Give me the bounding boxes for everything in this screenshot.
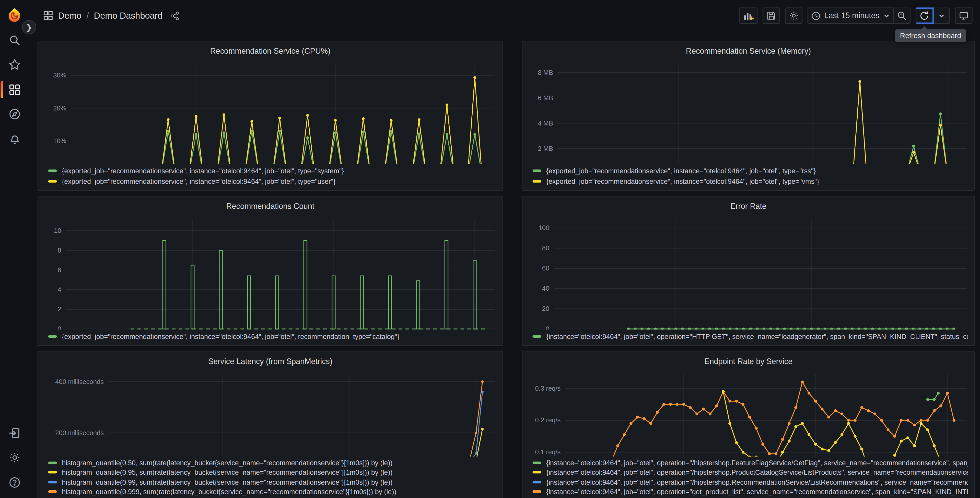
legend-swatch [532,481,541,484]
legend-item[interactable]: {exported_job="recommendationservice", i… [532,165,968,176]
legend-item[interactable]: histogram_quantile(0.99, sum(rate(latenc… [48,477,496,487]
save-dashboard-button[interactable] [762,7,780,24]
legend-label: {exported_job="recommendationservice", i… [62,332,399,340]
recommendations-count-legend: {exported_job="recommendationservice", i… [45,330,496,343]
refresh-dashboard-button[interactable] [916,7,934,24]
legend-swatch [48,481,57,484]
svg-text:0.3 req/s: 0.3 req/s [535,385,561,392]
alerting-bell-icon[interactable] [0,128,29,150]
cpu-legend: {exported_job="recommendationservice", i… [45,164,496,188]
chevron-down-icon [883,12,890,19]
endpoint-rate-chart[interactable]: 0.0 req/s0.1 req/s0.2 req/s0.3 req/s21:5… [529,369,968,456]
grafana-logo-icon[interactable] [6,7,22,24]
cycle-view-mode-button[interactable] [955,7,972,24]
legend-item[interactable]: {instance="otelcol:9464", job="otel", op… [532,487,968,497]
legend-item[interactable]: {exported_job="recommendationservice", i… [48,331,496,342]
active-indicator [0,81,3,98]
share-icon[interactable] [170,11,179,21]
panel-recommendation-cpu: Recommendation Service (CPU%) 0%10%20%30… [38,41,503,191]
panel-title[interactable]: Endpoint Rate by Service [529,355,968,369]
legend-swatch [532,491,541,493]
time-controls: Last 15 minutes [807,7,910,24]
panel-error-rate: Error Rate 02040608010021:5021:5522:00 {… [522,196,975,346]
time-range-label: Last 15 minutes [824,11,879,20]
svg-text:60: 60 [542,265,549,272]
legend-item[interactable]: {instance="otelcol:9464", job="otel", op… [532,477,968,487]
panel-title[interactable]: Recommendations Count [45,200,496,214]
legend-item[interactable]: histogram_quantile(0.999, sum(rate(laten… [48,487,496,497]
starred-icon[interactable] [0,54,29,75]
zoom-out-time-button[interactable] [894,7,910,24]
refresh-controls [916,7,950,24]
clock-icon [811,11,821,21]
legend-item[interactable]: {instance="otelcol:9464", job="otel", op… [532,458,968,468]
service-latency-chart[interactable]: 0 milliseconds200 milliseconds400 millis… [45,369,496,456]
legend-label: {exported_job="recommendationservice", i… [546,167,816,174]
panel-endpoint-rate: Endpoint Rate by Service 0.0 req/s0.1 re… [522,351,975,498]
svg-text:0.1 req/s: 0.1 req/s [535,449,561,456]
svg-text:8: 8 [57,247,61,254]
svg-text:40: 40 [542,285,549,292]
legend-swatch [48,169,57,172]
svg-text:0.2 req/s: 0.2 req/s [535,417,561,424]
svg-text:30%: 30% [53,72,66,79]
service-latency-legend: histogram_quantile(0.50, sum(rate(latenc… [45,456,496,498]
sign-in-icon[interactable] [0,422,29,443]
legend-swatch [532,180,541,182]
svg-text:20: 20 [542,305,549,312]
error-rate-chart[interactable]: 02040608010021:5021:5522:00 [529,214,968,330]
svg-text:10: 10 [54,227,61,234]
legend-label: histogram_quantile(0.50, sum(rate(latenc… [62,459,392,466]
legend-item[interactable]: {instance="otelcol:9464", job="otel", op… [532,468,968,477]
legend-swatch [532,169,541,172]
panel-recommendation-memory: Recommendation Service (Memory) 0 MB2 MB… [522,41,975,191]
expand-sidebar-button[interactable]: ❯ [22,20,36,34]
legend-label: {instance="otelcol:9464", job="otel", op… [546,488,968,495]
breadcrumb-dashboard[interactable]: Demo Dashboard [94,11,162,21]
legend-label: {exported_job="recommendationservice", i… [546,177,819,185]
breadcrumb-section[interactable]: Demo [58,11,81,21]
dashboards-grid-icon [43,11,53,21]
time-range-picker[interactable]: Last 15 minutes [807,7,894,24]
memory-legend: {exported_job="recommendationservice", i… [529,164,968,188]
legend-item[interactable]: {exported_job="recommendationservice", i… [532,176,968,186]
panel-title[interactable]: Error Rate [529,200,968,214]
dashboard-settings-button[interactable] [785,7,802,24]
legend-item[interactable]: histogram_quantile(0.95, sum(rate(latenc… [48,468,496,477]
chevron-down-icon [938,12,945,19]
legend-swatch [48,491,57,493]
legend-swatch [532,335,541,337]
cpu-chart[interactable]: 0%10%20%30%21:5021:5522:00 [45,59,496,164]
svg-text:4: 4 [57,286,61,293]
settings-gear-icon[interactable] [0,447,29,468]
svg-text:80: 80 [542,244,549,252]
legend-swatch [48,180,57,182]
explore-compass-icon[interactable] [0,103,29,124]
breadcrumb: Demo / Demo Dashboard [41,11,179,21]
svg-text:10%: 10% [53,137,66,144]
help-icon[interactable] [0,472,29,493]
svg-text:20%: 20% [53,105,66,112]
legend-swatch [48,335,57,337]
legend-item[interactable]: histogram_quantile(0.50, sum(rate(latenc… [48,458,496,468]
sidebar-item-dashboards[interactable] [0,79,29,100]
legend-item[interactable]: {exported_job="recommendationservice", i… [48,165,496,176]
memory-chart[interactable]: 0 MB2 MB4 MB6 MB8 MB21:5021:5522:00 [529,59,968,164]
panel-title[interactable]: Recommendation Service (CPU%) [45,45,496,59]
svg-text:200 milliseconds: 200 milliseconds [55,429,104,436]
add-panel-button[interactable] [739,7,757,24]
refresh-interval-dropdown[interactable] [934,7,950,24]
panel-title[interactable]: Recommendation Service (Memory) [529,45,968,59]
legend-item[interactable]: {instance="otelcol:9464", job="otel", op… [532,331,968,342]
legend-item[interactable]: {exported_job="recommendationservice", i… [48,176,496,186]
breadcrumb-separator: / [86,11,89,21]
svg-text:2 MB: 2 MB [538,145,553,152]
legend-label: {instance="otelcol:9464", job="otel", op… [546,459,968,466]
top-navigation: Demo / Demo Dashboard Last 15 minutes [29,0,980,31]
svg-text:6: 6 [57,267,61,273]
recommendations-count-chart[interactable]: 024681021:5021:5522:00 [45,214,496,330]
dashboard-toolbar: Last 15 minutes [739,7,972,24]
panel-title[interactable]: Service Latency (from SpanMetrics) [45,355,496,369]
refresh-tooltip: Refresh dashboard [895,29,966,42]
panel-recommendations-count: Recommendations Count 024681021:5021:552… [38,196,503,346]
